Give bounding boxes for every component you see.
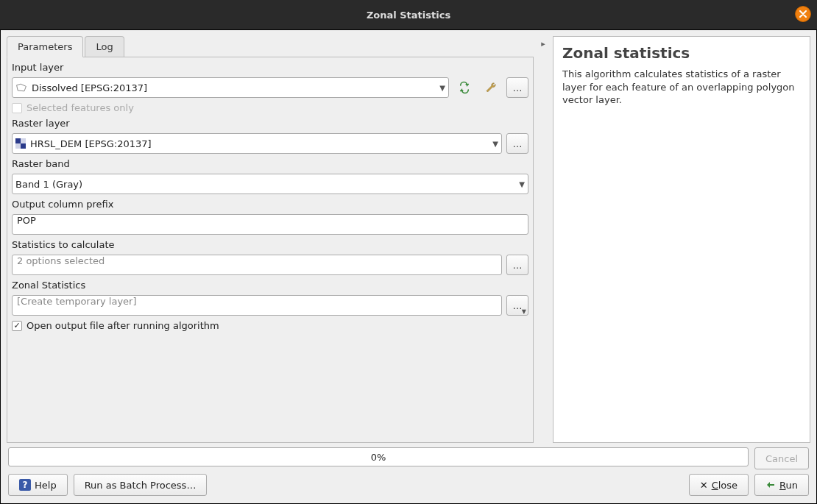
svg-rect-2 (15, 143, 21, 149)
checkbox-icon (12, 321, 22, 331)
tab-log[interactable]: Log (85, 36, 124, 57)
run-batch-button[interactable]: Run as Batch Process… (74, 474, 208, 496)
ellipsis-icon: … (513, 138, 523, 149)
zonal-stats-output-input[interactable]: [Create temporary layer] (12, 295, 502, 316)
help-panel: Zonal statistics This algorithm calculat… (553, 36, 810, 443)
open-output-checkbox[interactable]: Open output file after running algorithm (12, 320, 528, 331)
output-prefix-input[interactable]: POP (12, 214, 528, 235)
input-layer-label: Input layer (12, 62, 528, 73)
chevron-down-icon: ▼ (519, 180, 525, 188)
ellipsis-icon: … (513, 260, 523, 271)
ellipsis-icon: … (513, 300, 523, 311)
polygon-icon (15, 82, 27, 93)
help-description: This algorithm calculates statistics of … (562, 68, 801, 107)
iterate-features-button[interactable] (453, 77, 475, 98)
raster-band-label: Raster band (12, 158, 528, 169)
raster-layer-label: Raster layer (12, 118, 528, 129)
chevron-down-icon: ▼ (439, 84, 445, 92)
svg-rect-1 (21, 138, 26, 143)
selected-features-only-checkbox: Selected features only (12, 102, 528, 113)
close-window-button[interactable] (795, 6, 811, 22)
tab-parameters[interactable]: Parameters (7, 36, 83, 57)
chevron-down-icon: ▼ (492, 140, 498, 148)
output-prefix-label: Output column prefix (12, 199, 528, 210)
selected-features-only-label: Selected features only (26, 102, 134, 113)
ellipsis-icon: … (513, 82, 523, 93)
raster-icon (15, 138, 26, 149)
progress-bar: 0% (8, 447, 749, 466)
raster-layer-value: HRSL_DEM [EPSG:20137] (30, 138, 152, 149)
input-layer-value: Dissolved [EPSG:20137] (32, 82, 147, 93)
help-icon: ? (19, 479, 31, 491)
input-layer-combo[interactable]: Dissolved [EPSG:20137] ▼ (12, 77, 449, 98)
stats-to-calc-display[interactable]: 2 options selected (12, 255, 502, 275)
parameters-panel: Input layer Dissolved [EPSG:20137] ▼ (7, 57, 534, 443)
input-layer-browse-button[interactable]: … (506, 77, 528, 98)
checkbox-icon (12, 103, 22, 113)
help-button[interactable]: ? Help (8, 474, 68, 496)
run-icon (765, 480, 776, 490)
stats-to-calc-label: Statistics to calculate (12, 239, 528, 250)
window-title: Zonal Statistics (367, 10, 450, 21)
open-output-label: Open output file after running algorithm (26, 320, 219, 331)
zonal-stats-output-label: Zonal Statistics (12, 280, 528, 291)
x-icon: ✕ (700, 480, 708, 491)
raster-layer-combo[interactable]: HRSL_DEM [EPSG:20137] ▼ (12, 133, 502, 154)
cancel-button: Cancel (754, 447, 809, 469)
collapse-help-handle[interactable]: ▸ (540, 36, 547, 443)
progress-text: 0% (371, 452, 386, 463)
iterate-icon (458, 81, 471, 94)
help-heading: Zonal statistics (562, 44, 801, 62)
svg-rect-0 (15, 138, 21, 143)
stats-to-calc-browse-button[interactable]: … (506, 255, 528, 275)
run-button[interactable]: Run (754, 474, 809, 496)
advanced-options-button[interactable] (480, 77, 502, 98)
svg-rect-3 (21, 143, 26, 149)
raster-layer-browse-button[interactable]: … (506, 133, 528, 154)
zonal-stats-output-browse-button[interactable]: … ▼ (506, 295, 528, 316)
wrench-icon (484, 81, 498, 94)
close-button[interactable]: ✕ Close (689, 474, 749, 496)
chevron-down-icon: ▼ (522, 308, 526, 315)
raster-band-value: Band 1 (Gray) (15, 179, 82, 190)
titlebar: Zonal Statistics (0, 0, 817, 29)
help-button-label: Help (35, 480, 57, 491)
close-icon (799, 10, 807, 18)
raster-band-combo[interactable]: Band 1 (Gray) ▼ (12, 174, 528, 194)
tab-bar: Parameters Log (7, 36, 534, 57)
